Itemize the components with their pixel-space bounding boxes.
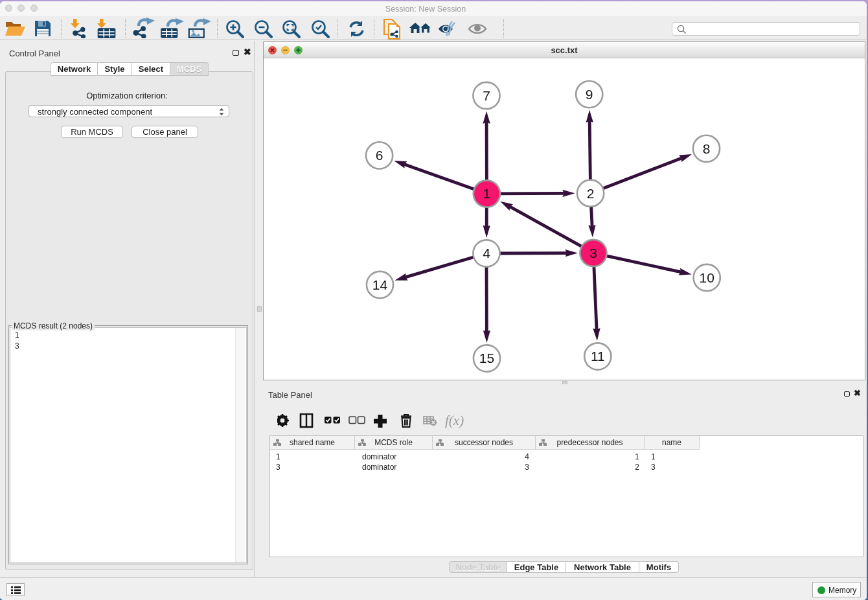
- svg-text:14: 14: [372, 277, 388, 292]
- svg-text:9: 9: [586, 87, 593, 102]
- svg-text:3: 3: [589, 246, 597, 260]
- svg-text:10: 10: [700, 270, 714, 285]
- svg-text:4: 4: [483, 246, 490, 260]
- svg-text:1: 1: [483, 186, 491, 201]
- svg-text:8: 8: [703, 141, 711, 156]
- svg-text:2: 2: [587, 186, 595, 201]
- svg-text:6: 6: [376, 148, 383, 163]
- svg-text:15: 15: [479, 351, 494, 365]
- svg-text:11: 11: [591, 349, 605, 363]
- svg-text:f(x): f(x): [445, 413, 464, 428]
- svg-text:7: 7: [483, 88, 490, 103]
